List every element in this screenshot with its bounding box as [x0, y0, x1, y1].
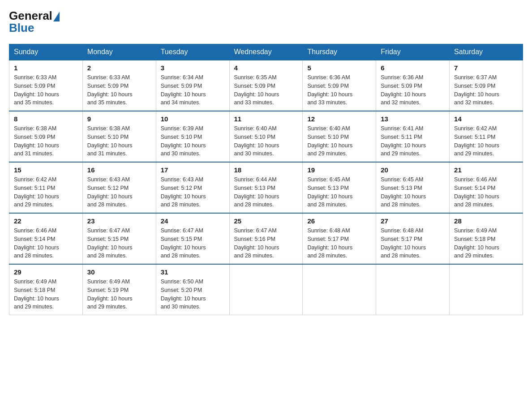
day-number: 6	[381, 64, 445, 72]
day-info: Sunrise: 6:43 AMSunset: 5:12 PMDaylight:…	[161, 176, 225, 209]
day-number: 3	[161, 64, 225, 72]
day-info: Sunrise: 6:42 AMSunset: 5:11 PMDaylight:…	[454, 124, 518, 158]
day-info: Sunrise: 6:43 AMSunset: 5:12 PMDaylight:…	[87, 176, 151, 209]
day-info: Sunrise: 6:46 AMSunset: 5:14 PMDaylight:…	[454, 176, 518, 209]
logo-blue-text: Blue	[9, 21, 60, 35]
col-friday: Friday	[376, 44, 450, 60]
table-row: 19 Sunrise: 6:45 AMSunset: 5:13 PMDaylig…	[303, 162, 376, 213]
day-number: 23	[87, 217, 151, 225]
day-info: Sunrise: 6:35 AMSunset: 5:09 PMDaylight:…	[234, 73, 298, 107]
table-row: 31 Sunrise: 6:50 AMSunset: 5:20 PMDaylig…	[156, 264, 229, 315]
calendar-week-row: 22 Sunrise: 6:46 AMSunset: 5:14 PMDaylig…	[9, 213, 523, 264]
table-row: 25 Sunrise: 6:47 AMSunset: 5:16 PMDaylig…	[229, 213, 303, 264]
table-row: 22 Sunrise: 6:46 AMSunset: 5:14 PMDaylig…	[9, 213, 83, 264]
table-row: 8 Sunrise: 6:38 AMSunset: 5:09 PMDayligh…	[9, 111, 83, 162]
table-row: 15 Sunrise: 6:42 AMSunset: 5:11 PMDaylig…	[9, 162, 83, 213]
day-info: Sunrise: 6:47 AMSunset: 5:15 PMDaylight:…	[161, 227, 225, 260]
calendar-week-row: 1 Sunrise: 6:33 AMSunset: 5:09 PMDayligh…	[9, 60, 523, 111]
logo: General Blue	[9, 9, 60, 35]
day-info: Sunrise: 6:45 AMSunset: 5:13 PMDaylight:…	[381, 176, 445, 209]
day-number: 21	[454, 166, 518, 174]
table-row	[376, 264, 450, 315]
table-row: 13 Sunrise: 6:41 AMSunset: 5:11 PMDaylig…	[376, 111, 450, 162]
day-info: Sunrise: 6:40 AMSunset: 5:10 PMDaylight:…	[234, 124, 298, 158]
day-info: Sunrise: 6:40 AMSunset: 5:10 PMDaylight:…	[307, 124, 371, 158]
table-row: 4 Sunrise: 6:35 AMSunset: 5:09 PMDayligh…	[229, 60, 303, 111]
day-number: 27	[381, 217, 445, 225]
col-saturday: Saturday	[450, 44, 523, 60]
day-number: 11	[234, 115, 298, 123]
table-row: 21 Sunrise: 6:46 AMSunset: 5:14 PMDaylig…	[450, 162, 523, 213]
col-monday: Monday	[82, 44, 156, 60]
day-info: Sunrise: 6:34 AMSunset: 5:09 PMDaylight:…	[161, 73, 225, 107]
day-number: 28	[454, 217, 518, 225]
day-info: Sunrise: 6:36 AMSunset: 5:09 PMDaylight:…	[381, 73, 445, 107]
table-row: 11 Sunrise: 6:40 AMSunset: 5:10 PMDaylig…	[229, 111, 303, 162]
day-info: Sunrise: 6:42 AMSunset: 5:11 PMDaylight:…	[14, 176, 78, 209]
table-row: 30 Sunrise: 6:49 AMSunset: 5:19 PMDaylig…	[82, 264, 156, 315]
table-row: 12 Sunrise: 6:40 AMSunset: 5:10 PMDaylig…	[303, 111, 376, 162]
table-row: 24 Sunrise: 6:47 AMSunset: 5:15 PMDaylig…	[156, 213, 229, 264]
day-number: 1	[14, 64, 78, 72]
table-row: 1 Sunrise: 6:33 AMSunset: 5:09 PMDayligh…	[9, 60, 83, 111]
day-info: Sunrise: 6:49 AMSunset: 5:19 PMDaylight:…	[87, 278, 151, 311]
day-number: 13	[381, 115, 445, 123]
day-info: Sunrise: 6:50 AMSunset: 5:20 PMDaylight:…	[161, 278, 225, 311]
table-row: 7 Sunrise: 6:37 AMSunset: 5:09 PMDayligh…	[450, 60, 523, 111]
day-number: 7	[454, 64, 518, 72]
day-number: 22	[14, 217, 78, 225]
day-info: Sunrise: 6:45 AMSunset: 5:13 PMDaylight:…	[307, 176, 371, 209]
table-row: 18 Sunrise: 6:44 AMSunset: 5:13 PMDaylig…	[229, 162, 303, 213]
table-row: 29 Sunrise: 6:49 AMSunset: 5:18 PMDaylig…	[9, 264, 83, 315]
table-row: 6 Sunrise: 6:36 AMSunset: 5:09 PMDayligh…	[376, 60, 450, 111]
day-info: Sunrise: 6:49 AMSunset: 5:18 PMDaylight:…	[454, 227, 518, 260]
day-number: 16	[87, 166, 151, 174]
table-row: 17 Sunrise: 6:43 AMSunset: 5:12 PMDaylig…	[156, 162, 229, 213]
col-sunday: Sunday	[9, 44, 83, 60]
day-info: Sunrise: 6:37 AMSunset: 5:09 PMDaylight:…	[454, 73, 518, 107]
day-number: 12	[307, 115, 371, 123]
col-wednesday: Wednesday	[229, 44, 303, 60]
day-number: 31	[161, 268, 225, 276]
day-info: Sunrise: 6:41 AMSunset: 5:11 PMDaylight:…	[381, 124, 445, 158]
table-row: 2 Sunrise: 6:33 AMSunset: 5:09 PMDayligh…	[82, 60, 156, 111]
day-info: Sunrise: 6:48 AMSunset: 5:17 PMDaylight:…	[381, 227, 445, 260]
table-row: 20 Sunrise: 6:45 AMSunset: 5:13 PMDaylig…	[376, 162, 450, 213]
day-number: 30	[87, 268, 151, 276]
day-number: 14	[454, 115, 518, 123]
calendar-week-row: 8 Sunrise: 6:38 AMSunset: 5:09 PMDayligh…	[9, 111, 523, 162]
day-info: Sunrise: 6:38 AMSunset: 5:10 PMDaylight:…	[87, 124, 151, 158]
day-info: Sunrise: 6:47 AMSunset: 5:15 PMDaylight:…	[87, 227, 151, 260]
table-row: 27 Sunrise: 6:48 AMSunset: 5:17 PMDaylig…	[376, 213, 450, 264]
logo-triangle-icon	[53, 12, 60, 21]
day-info: Sunrise: 6:48 AMSunset: 5:17 PMDaylight:…	[307, 227, 371, 260]
day-info: Sunrise: 6:49 AMSunset: 5:18 PMDaylight:…	[14, 278, 78, 311]
calendar-week-row: 29 Sunrise: 6:49 AMSunset: 5:18 PMDaylig…	[9, 264, 523, 315]
table-row	[229, 264, 303, 315]
table-row: 10 Sunrise: 6:39 AMSunset: 5:10 PMDaylig…	[156, 111, 229, 162]
day-number: 25	[234, 217, 298, 225]
day-number: 18	[234, 166, 298, 174]
day-number: 2	[87, 64, 151, 72]
table-row: 23 Sunrise: 6:47 AMSunset: 5:15 PMDaylig…	[82, 213, 156, 264]
table-row: 26 Sunrise: 6:48 AMSunset: 5:17 PMDaylig…	[303, 213, 376, 264]
col-thursday: Thursday	[303, 44, 376, 60]
table-row: 5 Sunrise: 6:36 AMSunset: 5:09 PMDayligh…	[303, 60, 376, 111]
col-tuesday: Tuesday	[156, 44, 229, 60]
calendar-week-row: 15 Sunrise: 6:42 AMSunset: 5:11 PMDaylig…	[9, 162, 523, 213]
day-number: 17	[161, 166, 225, 174]
calendar-header-row: Sunday Monday Tuesday Wednesday Thursday…	[9, 44, 523, 60]
day-info: Sunrise: 6:46 AMSunset: 5:14 PMDaylight:…	[14, 227, 78, 260]
day-info: Sunrise: 6:33 AMSunset: 5:09 PMDaylight:…	[87, 73, 151, 107]
table-row: 28 Sunrise: 6:49 AMSunset: 5:18 PMDaylig…	[450, 213, 523, 264]
table-row: 9 Sunrise: 6:38 AMSunset: 5:10 PMDayligh…	[82, 111, 156, 162]
day-number: 5	[307, 64, 371, 72]
table-row	[303, 264, 376, 315]
table-row: 16 Sunrise: 6:43 AMSunset: 5:12 PMDaylig…	[82, 162, 156, 213]
day-info: Sunrise: 6:33 AMSunset: 5:09 PMDaylight:…	[14, 73, 78, 107]
table-row	[450, 264, 523, 315]
day-number: 19	[307, 166, 371, 174]
day-number: 9	[87, 115, 151, 123]
day-info: Sunrise: 6:39 AMSunset: 5:10 PMDaylight:…	[161, 124, 225, 158]
day-number: 26	[307, 217, 371, 225]
